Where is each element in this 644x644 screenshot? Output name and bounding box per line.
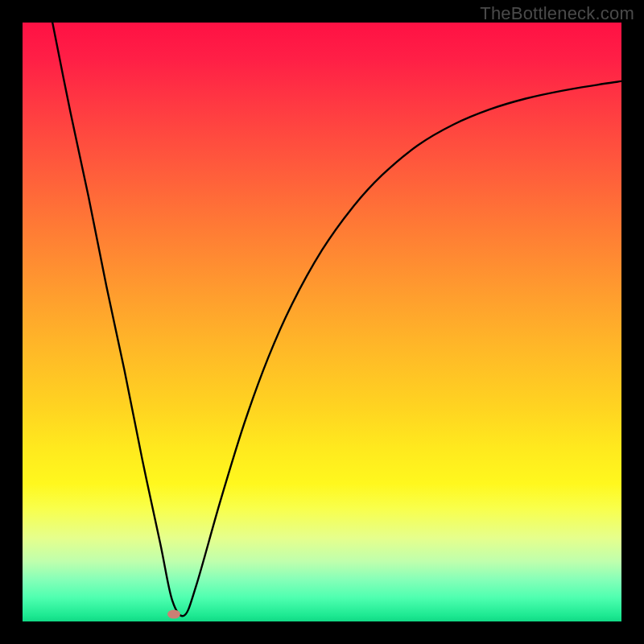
watermark-text: TheBottleneck.com [480, 3, 634, 24]
plot-area [23, 23, 621, 621]
curve-layer [23, 23, 621, 621]
chart-frame: TheBottleneck.com [0, 0, 644, 644]
bottleneck-curve [52, 23, 621, 616]
minimum-marker [167, 610, 180, 619]
